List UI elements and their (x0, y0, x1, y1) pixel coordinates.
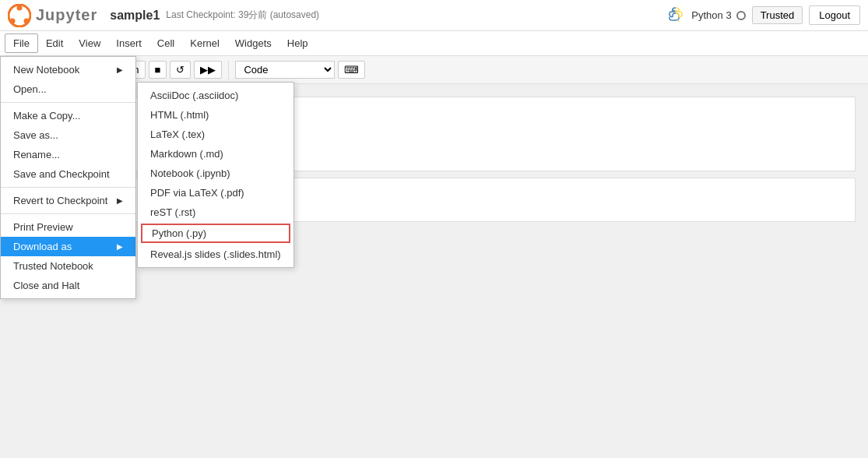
menu-item-insert[interactable]: Insert (108, 34, 149, 52)
interrupt-button[interactable]: ■ (149, 61, 167, 79)
cell-type-select[interactable]: Code Markdown Raw NBConvert Heading (235, 61, 335, 79)
menu-download-as[interactable]: Download as ▶ (1, 237, 135, 256)
menu-item-cell[interactable]: Cell (149, 34, 182, 52)
menu-save-checkpoint[interactable]: Save and Checkpoint (1, 164, 135, 184)
toolbar-separator-3 (228, 61, 229, 79)
download-asciidoc[interactable]: AsciiDoc (.asciidoc) (138, 86, 293, 105)
download-rst[interactable]: reST (.rst) (138, 203, 293, 222)
download-submenu-arrow-icon: ▶ (117, 242, 123, 251)
divider-3 (1, 213, 135, 214)
download-markdown[interactable]: Markdown (.md) (138, 144, 293, 164)
download-notebook[interactable]: Notebook (.ipynb) (138, 164, 293, 183)
download-pdf[interactable]: PDF via LaTeX (.pdf) (138, 183, 293, 203)
kernel-status-circle (736, 11, 746, 20)
python-version-label: Python 3 (691, 9, 731, 21)
menu-rename[interactable]: Rename... (1, 145, 135, 164)
logout-button[interactable]: Logout (809, 5, 860, 25)
svg-point-4 (672, 9, 673, 10)
menu-item-file[interactable]: File (5, 33, 38, 53)
top-bar-right: Python 3 Trusted Logout (666, 5, 860, 25)
download-reveal[interactable]: Reveal.js slides (.slides.html) (138, 245, 293, 264)
file-dropdown: New Notebook ▶ Open... Make a Copy... Sa… (0, 56, 136, 299)
svg-point-5 (678, 20, 680, 22)
submenu-arrow-icon: ▶ (117, 65, 123, 74)
menu-save-as[interactable]: Save as... (1, 125, 135, 145)
menu-trusted-notebook[interactable]: Trusted Notebook (1, 256, 135, 276)
download-latex[interactable]: LaTeX (.tex) (138, 125, 293, 144)
trusted-button[interactable]: Trusted (752, 6, 803, 24)
download-python[interactable]: Python (.py) (141, 224, 290, 243)
svg-point-2 (24, 18, 30, 23)
menu-revert-checkpoint[interactable]: Revert to Checkpoint ▶ (1, 191, 135, 210)
menu-make-copy[interactable]: Make a Copy... (1, 106, 135, 125)
keyboard-button[interactable]: ⌨ (338, 61, 365, 79)
svg-point-3 (10, 18, 16, 23)
menu-item-help[interactable]: Help (279, 34, 316, 52)
menu-close-halt[interactable]: Close and Halt (1, 276, 135, 295)
jupyter-logo: Jupyter (8, 4, 97, 27)
notebook-title: sample1 (110, 9, 160, 23)
menu-bar: File Edit View Insert Cell Kernel Widget… (0, 31, 868, 56)
restart-run-button[interactable]: ▶▶ (194, 61, 222, 79)
menu-new-notebook[interactable]: New Notebook ▶ (1, 60, 135, 79)
jupyter-icon (8, 4, 31, 27)
menu-item-edit[interactable]: Edit (38, 34, 71, 52)
restart-button[interactable]: ↺ (170, 61, 191, 79)
svg-point-1 (17, 5, 23, 10)
divider-2 (1, 187, 135, 188)
menu-item-view[interactable]: View (71, 34, 108, 52)
python-indicator: Python 3 (691, 9, 745, 21)
python-logo-icon (666, 6, 685, 25)
menu-item-kernel[interactable]: Kernel (182, 34, 227, 52)
menu-open[interactable]: Open... (1, 79, 135, 99)
download-html[interactable]: HTML (.html) (138, 105, 293, 125)
menu-print-preview[interactable]: Print Preview (1, 217, 135, 237)
revert-submenu-arrow-icon: ▶ (117, 196, 123, 205)
top-bar: Jupyter sample1 Last Checkpoint: 39分前 (a… (0, 0, 868, 31)
jupyter-brand-text: Jupyter (36, 6, 97, 24)
divider-1 (1, 102, 135, 103)
menu-item-widgets[interactable]: Widgets (227, 34, 279, 52)
checkpoint-info: Last Checkpoint: 39分前 (autosaved) (166, 9, 319, 22)
download-submenu: AsciiDoc (.asciidoc) HTML (.html) LaTeX … (137, 82, 294, 268)
